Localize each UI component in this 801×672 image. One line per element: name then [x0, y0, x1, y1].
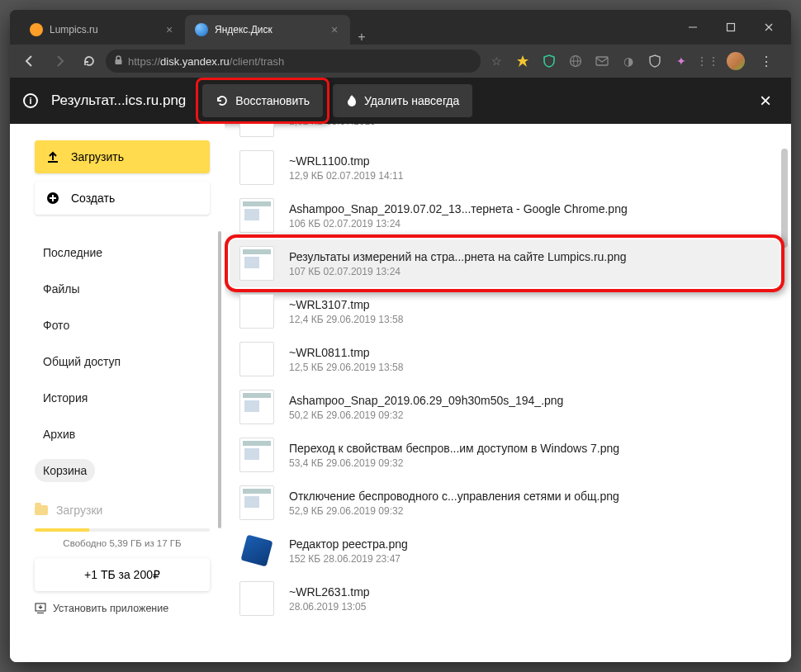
quota-fill	[35, 528, 89, 532]
close-window-button[interactable]	[750, 10, 788, 45]
install-label: Установить приложение	[53, 603, 168, 614]
create-label: Создать	[71, 192, 115, 205]
upload-label: Загрузить	[71, 150, 124, 163]
close-tab-icon[interactable]: ×	[329, 24, 340, 35]
file-row[interactable]: ~WRL3107.tmp12,4 КБ 29.06.2019 13:58	[225, 287, 791, 335]
file-info: ~WRL2631.tmp 28.06.2019 13:05	[289, 585, 766, 613]
promo-button[interactable]: +1 ТБ за 200₽	[35, 558, 210, 591]
lock-icon	[114, 55, 123, 68]
create-button[interactable]: Создать	[35, 182, 210, 215]
close-tab-icon[interactable]: ×	[164, 24, 175, 35]
star-icon[interactable]: ☆	[489, 54, 504, 69]
file-info: 1,32 КБ 03.07.2019	[289, 124, 766, 127]
shield-icon[interactable]	[542, 54, 557, 69]
favicon-icon	[30, 23, 43, 36]
extension-icon[interactable]	[647, 54, 662, 69]
sidebar-item-recent[interactable]: Последние	[35, 241, 210, 264]
file-meta: 52,9 КБ 29.06.2019 09:32	[289, 505, 766, 517]
upload-button[interactable]: Загрузить	[35, 140, 210, 173]
close-selection-button[interactable]: ×	[753, 89, 778, 112]
browser-menu-button[interactable]: ⋮	[756, 54, 776, 69]
file-thumbnail	[239, 438, 274, 472]
delete-forever-button[interactable]: Удалить навсегда	[333, 84, 472, 117]
minimize-button[interactable]	[674, 10, 712, 45]
file-thumbnail	[239, 485, 274, 520]
file-meta: 1,32 КБ 03.07.2019	[289, 124, 766, 127]
extension-icon[interactable]: ◑	[621, 54, 636, 69]
file-info: Отключение беспроводного с...управления …	[289, 490, 766, 517]
file-info: ~WRL3107.tmp12,4 КБ 29.06.2019 13:58	[289, 298, 766, 325]
file-thumbnail	[239, 198, 274, 233]
restore-button[interactable]: Восстановить	[202, 84, 323, 117]
mail-icon[interactable]	[595, 54, 609, 69]
sidebar-item-shared[interactable]: Общий доступ	[35, 350, 210, 373]
extension-icon[interactable]	[515, 54, 530, 69]
plus-icon	[46, 192, 59, 205]
extension-icon[interactable]: ⋮⋮	[700, 54, 715, 69]
sidebar-item-files[interactable]: Файлы	[35, 277, 210, 301]
file-row[interactable]: Ashampoo_Snap_2019.06.29_09h30m50s_194_.…	[225, 383, 791, 431]
file-info: ~WRL1100.tmp12,9 КБ 02.07.2019 14:11	[289, 154, 766, 182]
file-row[interactable]: Переход к свойствам беспров...им доступо…	[225, 431, 791, 479]
forward-button[interactable]	[46, 48, 73, 74]
new-tab-button[interactable]: +	[350, 30, 373, 45]
file-row[interactable]: ~WRL0811.tmp12,5 КБ 29.06.2019 13:58	[225, 335, 791, 383]
window-controls	[674, 10, 791, 45]
file-thumbnail	[239, 124, 274, 137]
sidebar-item-trash[interactable]: Корзина	[35, 459, 95, 482]
file-name: ~WRL1100.tmp	[289, 154, 766, 168]
file-row[interactable]: 1,32 КБ 03.07.2019	[225, 124, 791, 144]
svg-rect-1	[728, 24, 735, 31]
upload-icon	[46, 150, 59, 163]
file-name: Ashampoo_Snap_2019.07.02_13...тернета - …	[289, 202, 766, 215]
svg-rect-9	[596, 57, 608, 65]
back-button[interactable]	[17, 48, 43, 74]
sidebar: Загрузить Создать Последние Файлы Фото О…	[10, 124, 225, 662]
file-meta: 50,2 КБ 29.06.2019 09:32	[289, 409, 766, 421]
file-thumbnail	[239, 246, 274, 281]
address-bar: https://disk.yandex.ru/client/trash ☆ ◑ …	[10, 45, 791, 78]
restore-label: Восстановить	[235, 94, 310, 107]
tab-title: Lumpics.ru	[50, 24, 157, 35]
file-name: Ashampoo_Snap_2019.06.29_09h30m50s_194_.…	[289, 394, 766, 407]
file-list: 1,32 КБ 03.07.2019~WRL1100.tmp12,9 КБ 02…	[225, 124, 791, 662]
sidebar-item-photo[interactable]: Фото	[35, 314, 210, 337]
selection-action-bar: i Результат...ics.ru.png Восстановить Уд…	[10, 78, 791, 124]
info-icon[interactable]: i	[23, 93, 38, 108]
profile-avatar[interactable]	[727, 52, 745, 70]
file-meta: 107 КБ 02.07.2019 13:24	[289, 266, 765, 277]
file-row[interactable]: Отключение беспроводного с...управления …	[225, 479, 791, 527]
browser-window: Lumpics.ru × Яндекс.Диск × +	[10, 10, 791, 662]
sidebar-scrollbar[interactable]	[218, 231, 221, 528]
page-content: i Результат...ics.ru.png Восстановить Уд…	[10, 78, 791, 662]
file-meta: 12,4 КБ 29.06.2019 13:58	[289, 314, 766, 325]
quota-bar	[35, 528, 210, 532]
sidebar-item-history[interactable]: История	[35, 386, 210, 409]
extension-icon[interactable]: ✦	[674, 54, 689, 69]
file-row[interactable]: Ashampoo_Snap_2019.07.02_13...тернета - …	[225, 192, 791, 239]
file-name: ~WRL0811.tmp	[289, 346, 766, 359]
folder-label: Загрузки	[56, 504, 102, 517]
reload-button[interactable]	[76, 48, 102, 74]
install-app-link[interactable]: Установить приложение	[35, 603, 210, 614]
tab-title: Яндекс.Диск	[215, 24, 322, 35]
maximize-button[interactable]	[712, 10, 750, 45]
file-info: Результаты измерений на стра...рнета на …	[289, 250, 765, 277]
file-info: Ashampoo_Snap_2019.06.29_09h30m50s_194_.…	[289, 394, 766, 421]
quota-text: Свободно 5,39 ГБ из 17 ГБ	[35, 538, 210, 548]
file-row[interactable]: Результаты измерений на стра...рнета на …	[230, 239, 780, 287]
file-meta: 12,9 КБ 02.07.2019 14:11	[289, 170, 766, 182]
sidebar-item-archive[interactable]: Архив	[35, 423, 210, 446]
titlebar: Lumpics.ru × Яндекс.Диск × +	[10, 10, 791, 45]
tab-lumpics[interactable]: Lumpics.ru ×	[20, 15, 185, 45]
globe-icon[interactable]	[568, 54, 583, 69]
url-field[interactable]: https://disk.yandex.ru/client/trash	[106, 50, 481, 73]
file-row[interactable]: Редактор реестра.png152 КБ 28.06.2019 23…	[225, 527, 791, 575]
file-row[interactable]: ~WRL1100.tmp12,9 КБ 02.07.2019 14:11	[225, 144, 791, 192]
file-name: Результаты измерений на стра...рнета на …	[289, 250, 765, 263]
file-name: Отключение беспроводного с...управления …	[289, 490, 766, 503]
sidebar-folder[interactable]: Загрузки	[35, 497, 210, 517]
file-row[interactable]: ~WRL2631.tmp 28.06.2019 13:05	[225, 575, 791, 622]
tab-yandex-disk[interactable]: Яндекс.Диск ×	[185, 15, 350, 45]
tab-strip: Lumpics.ru × Яндекс.Диск × +	[10, 10, 674, 45]
